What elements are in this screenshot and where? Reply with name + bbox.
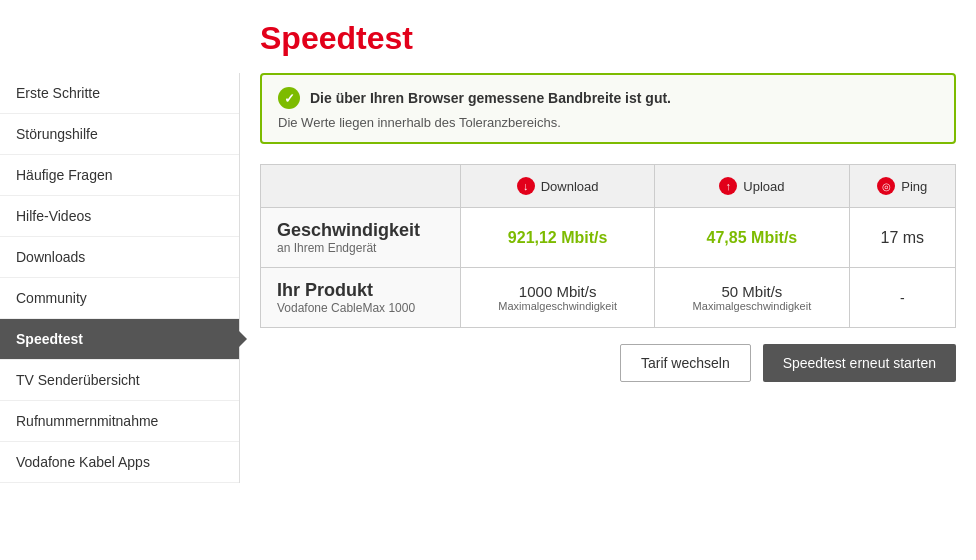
produkt-ping-value: -: [900, 290, 905, 306]
results-table: ↓ Download ↑ Upload ◎ Ping: [260, 164, 956, 328]
speedtest-erneut-button[interactable]: Speedtest erneut starten: [763, 344, 956, 382]
table-row-produkt: Ihr Produkt Vodafone CableMax 1000 1000 …: [261, 268, 956, 328]
produkt-subtitle: Vodafone CableMax 1000: [277, 301, 444, 315]
geschwindigkeit-ping-value: 17 ms: [880, 229, 924, 246]
produkt-ping: -: [849, 268, 955, 328]
page-title: Speedtest: [0, 0, 976, 73]
upload-header: ↑ Upload: [655, 165, 849, 208]
geschwindigkeit-download-value: 921,12 Mbit/s: [508, 229, 608, 246]
sidebar-item-tv-senderubersicht[interactable]: TV Senderübersicht: [0, 360, 239, 401]
sidebar-item-hilfe-videos[interactable]: Hilfe-Videos: [0, 196, 239, 237]
sidebar-item-vodafone-kabel-apps[interactable]: Vodafone Kabel Apps: [0, 442, 239, 483]
sidebar-item-erste-schritte[interactable]: Erste Schritte: [0, 73, 239, 114]
produkt-label: Ihr Produkt Vodafone CableMax 1000: [261, 268, 461, 328]
sidebar-item-rufnummernmitnahme[interactable]: Rufnummernmitnahme: [0, 401, 239, 442]
produkt-download-value: 1000 Mbit/s: [477, 283, 638, 300]
geschwindigkeit-title: Geschwindigkeit: [277, 220, 444, 241]
upload-icon: ↑: [719, 177, 737, 195]
geschwindigkeit-ping: 17 ms: [849, 208, 955, 268]
produkt-title: Ihr Produkt: [277, 280, 444, 301]
geschwindigkeit-label: Geschwindigkeit an Ihrem Endgerät: [261, 208, 461, 268]
sidebar-item-downloads[interactable]: Downloads: [0, 237, 239, 278]
action-buttons: Tarif wechseln Speedtest erneut starten: [260, 344, 956, 382]
sidebar-item-haeufige-fragen[interactable]: Häufige Fragen: [0, 155, 239, 196]
status-headline: Die über Ihren Browser gemessene Bandbre…: [310, 90, 671, 106]
sidebar: Erste Schritte Störungshilfe Häufige Fra…: [0, 73, 240, 483]
status-check-icon: [278, 87, 300, 109]
produkt-upload-value: 50 Mbit/s: [671, 283, 832, 300]
ping-icon: ◎: [877, 177, 895, 195]
main-content: Die über Ihren Browser gemessene Bandbre…: [240, 73, 976, 483]
sidebar-item-stoerungshilfe[interactable]: Störungshilfe: [0, 114, 239, 155]
produkt-upload: 50 Mbit/s Maximalgeschwindigkeit: [655, 268, 849, 328]
download-icon: ↓: [517, 177, 535, 195]
geschwindigkeit-subtitle: an Ihrem Endgerät: [277, 241, 444, 255]
status-subtext: Die Werte liegen innerhalb des Toleranzb…: [278, 115, 938, 130]
status-header: Die über Ihren Browser gemessene Bandbre…: [278, 87, 938, 109]
sidebar-item-community[interactable]: Community: [0, 278, 239, 319]
geschwindigkeit-upload: 47,85 Mbit/s: [655, 208, 849, 268]
produkt-upload-label: Maximalgeschwindigkeit: [671, 300, 832, 312]
download-header: ↓ Download: [461, 165, 655, 208]
ping-header: ◎ Ping: [849, 165, 955, 208]
empty-header: [261, 165, 461, 208]
table-row-geschwindigkeit: Geschwindigkeit an Ihrem Endgerät 921,12…: [261, 208, 956, 268]
sidebar-item-speedtest[interactable]: Speedtest: [0, 319, 239, 360]
produkt-download-label: Maximalgeschwindigkeit: [477, 300, 638, 312]
geschwindigkeit-upload-value: 47,85 Mbit/s: [707, 229, 798, 246]
produkt-download: 1000 Mbit/s Maximalgeschwindigkeit: [461, 268, 655, 328]
tarif-wechseln-button[interactable]: Tarif wechseln: [620, 344, 751, 382]
geschwindigkeit-download: 921,12 Mbit/s: [461, 208, 655, 268]
status-box: Die über Ihren Browser gemessene Bandbre…: [260, 73, 956, 144]
